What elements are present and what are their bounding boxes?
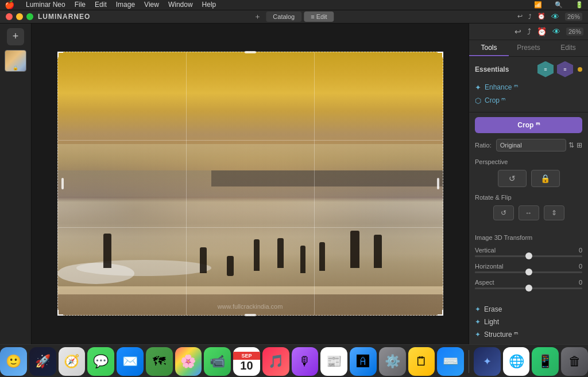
dock-xcode[interactable]: ⌨️ [437, 347, 464, 376]
share-panel-icon[interactable]: ⤴ [527, 27, 531, 36]
tab-tools[interactable]: Tools [469, 40, 509, 56]
flip-vertical-btn[interactable]: ⇕ [544, 205, 564, 220]
luminar-icon: ✦ [483, 355, 492, 368]
dock-facetime2[interactable]: 📱 [532, 347, 559, 376]
messages-icon: 💬 [93, 354, 109, 369]
dock-calendar[interactable]: SEP 10 [233, 347, 260, 376]
other-tools: ✦ Erase ✦ Light ✦ Structure ᵐ [469, 300, 588, 344]
lock-icon: 🔒 [13, 65, 18, 71]
tab-presets[interactable]: Presets [509, 40, 548, 56]
horizontal-slider-thumb[interactable] [525, 269, 532, 275]
tool-light[interactable]: ✦ Light [475, 316, 582, 328]
tool-crop[interactable]: ⬡ Crop ᵐ [475, 94, 582, 107]
aspect-value: 0 [579, 279, 582, 286]
tab-edits[interactable]: Edits [548, 40, 588, 56]
facetime2-icon: 📱 [537, 354, 553, 369]
dock-separator [469, 350, 469, 373]
vertical-slider-track[interactable] [475, 255, 582, 257]
history-panel-icon[interactable]: ↩ [514, 27, 521, 36]
rotate-ccw-btn[interactable]: ↺ [493, 205, 514, 220]
eye-panel-icon[interactable]: 👁 [552, 27, 560, 36]
flip-h-icon: ↔ [525, 209, 532, 217]
zoom-level: 26% [565, 13, 582, 21]
traffic-lights [6, 13, 33, 20]
chrome-icon: 🌐 [509, 354, 524, 369]
podcasts-icon: 🎙 [299, 354, 311, 369]
tool-enhance[interactable]: ✦ Enhance ᵐ [475, 81, 582, 94]
close-button[interactable] [6, 13, 13, 20]
hex-icon-teal[interactable]: ≡ [537, 61, 554, 77]
ratio-row: Ratio: Original ⇅ ⊞ [475, 139, 582, 151]
menu-luminarneo[interactable]: Luminar Neo [26, 1, 65, 9]
rotate-row: ↺ ↔ ⇕ [475, 205, 582, 220]
crop-label: Crop ᵐ [485, 96, 505, 104]
clock-panel-icon[interactable]: ⏰ [537, 27, 547, 36]
hex-icon-purple[interactable]: ≡ [557, 61, 573, 77]
sidebar-add-button[interactable]: + [7, 28, 24, 45]
minimize-button[interactable] [16, 13, 23, 20]
maximize-button[interactable] [26, 13, 33, 20]
dock-notes[interactable]: 🗒 [408, 347, 435, 376]
ratio-arrows-icon[interactable]: ⇅ [568, 141, 574, 149]
flip-v-icon: ⇕ [551, 209, 557, 217]
catalog-button[interactable]: Catalog [266, 11, 301, 22]
rotate-flip-section: Rotate & Flip ↺ ↔ ⇕ [475, 194, 582, 220]
dock-podcasts[interactable]: 🎙 [292, 347, 319, 376]
menu-help[interactable]: Help [202, 1, 216, 9]
horizontal-slider-track[interactable] [475, 271, 582, 273]
ratio-grid-icon[interactable]: ⊞ [577, 141, 582, 149]
eye-icon[interactable]: 👁 [551, 12, 559, 21]
dock-mail[interactable]: ✉️ [117, 347, 144, 376]
aspect-slider-thumb[interactable] [525, 285, 532, 292]
light-label: Light [484, 318, 499, 326]
menu-edit[interactable]: Edit [95, 1, 107, 9]
dock-photos[interactable]: 🌸 [175, 347, 202, 376]
panel-top-icons: ↩ ⤴ ⏰ 👁 26% [469, 24, 588, 40]
dock-luminar[interactable]: ✦ [474, 347, 501, 376]
dock-safari[interactable]: 🧭 [59, 347, 86, 376]
lock-perspective-icon: 🔒 [540, 174, 550, 183]
settings-icon: ⚙️ [385, 354, 400, 369]
dock-news[interactable]: 📰 [320, 347, 347, 376]
history-icon[interactable]: ↩ [517, 13, 523, 20]
ratio-select[interactable]: Original [496, 139, 566, 151]
transform-heading: Image 3D Transform [475, 234, 582, 241]
dock-appstore[interactable]: 🅰 [350, 347, 377, 376]
menu-image[interactable]: Image [116, 1, 135, 9]
share-icon[interactable]: ⤴ [528, 13, 532, 20]
appstore-icon: 🅰 [357, 354, 369, 369]
menu-view[interactable]: View [144, 1, 159, 9]
dock-music[interactable]: 🎵 [262, 347, 289, 376]
menu-file[interactable]: File [75, 1, 86, 9]
dock-finder[interactable]: 🙂 [0, 347, 27, 376]
dock-trash[interactable]: 🗑 [561, 347, 588, 376]
dock: 🙂 🚀 🧭 💬 ✉️ 🗺 🌸 📹 SEP 10 🎵 [0, 344, 588, 378]
add-button[interactable]: ＋ [254, 11, 261, 22]
tool-erase[interactable]: ✦ Erase [475, 303, 582, 316]
dock-settings[interactable]: ⚙️ [379, 347, 406, 376]
dock-messages[interactable]: 💬 [87, 347, 114, 376]
edit-button[interactable]: ≡ Edit [304, 11, 334, 22]
dock-chrome[interactable]: 🌐 [503, 347, 530, 376]
canvas-area[interactable]: www.fullcrackindia.com [32, 24, 469, 344]
crop-active-button[interactable]: Crop ᵐ [475, 117, 582, 133]
thumbnail-item[interactable]: 🔒 [5, 50, 26, 72]
title-bar: LUMINARNEO ＋ Catalog ≡ Edit ↩ ⤴ ⏰ 👁 26% [0, 10, 588, 24]
dock-launchpad[interactable]: 🚀 [29, 347, 56, 376]
safari-icon: 🧭 [64, 354, 79, 369]
flip-horizontal-btn[interactable]: ↔ [519, 205, 539, 220]
apple-menu[interactable]: 🍎 [5, 0, 14, 9]
dock-maps[interactable]: 🗺 [146, 347, 173, 376]
vertical-label: Vertical [475, 247, 496, 254]
app-logo: LUMINARNEO [38, 13, 90, 21]
menu-window[interactable]: Window [168, 1, 193, 9]
aspect-slider-track[interactable] [475, 287, 582, 289]
perspective-lock-btn[interactable]: 🔒 [531, 170, 560, 187]
dock-facetime[interactable]: 📹 [204, 347, 231, 376]
search-menu-icon[interactable]: 🔍 [555, 1, 563, 9]
perspective-rotate-btn[interactable]: ↺ [498, 170, 527, 187]
clock-title-icon[interactable]: ⏰ [537, 13, 546, 20]
vertical-slider-thumb[interactable] [525, 252, 532, 259]
photos-icon: 🌸 [180, 354, 196, 369]
tool-structure[interactable]: ✦ Structure ᵐ [475, 328, 582, 341]
